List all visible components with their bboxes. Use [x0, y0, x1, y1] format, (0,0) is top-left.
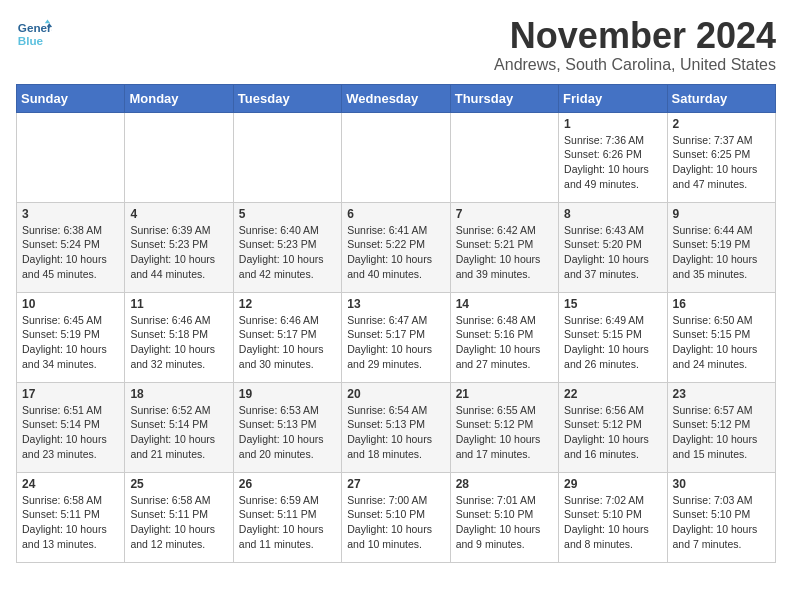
- calendar-cell: 5Sunrise: 6:40 AM Sunset: 5:23 PM Daylig…: [233, 202, 341, 292]
- day-info: Sunrise: 6:39 AM Sunset: 5:23 PM Dayligh…: [130, 223, 227, 282]
- day-number: 19: [239, 387, 336, 401]
- calendar-cell: [125, 112, 233, 202]
- day-info: Sunrise: 6:59 AM Sunset: 5:11 PM Dayligh…: [239, 493, 336, 552]
- day-number: 28: [456, 477, 553, 491]
- day-info: Sunrise: 6:47 AM Sunset: 5:17 PM Dayligh…: [347, 313, 444, 372]
- day-info: Sunrise: 6:49 AM Sunset: 5:15 PM Dayligh…: [564, 313, 661, 372]
- day-info: Sunrise: 6:45 AM Sunset: 5:19 PM Dayligh…: [22, 313, 119, 372]
- day-info: Sunrise: 6:51 AM Sunset: 5:14 PM Dayligh…: [22, 403, 119, 462]
- calendar-cell: 30Sunrise: 7:03 AM Sunset: 5:10 PM Dayli…: [667, 472, 775, 562]
- day-info: Sunrise: 6:46 AM Sunset: 5:17 PM Dayligh…: [239, 313, 336, 372]
- calendar-cell: 12Sunrise: 6:46 AM Sunset: 5:17 PM Dayli…: [233, 292, 341, 382]
- day-number: 6: [347, 207, 444, 221]
- location-subtitle: Andrews, South Carolina, United States: [494, 56, 776, 74]
- calendar-cell: 29Sunrise: 7:02 AM Sunset: 5:10 PM Dayli…: [559, 472, 667, 562]
- day-number: 23: [673, 387, 770, 401]
- day-number: 21: [456, 387, 553, 401]
- day-number: 4: [130, 207, 227, 221]
- day-info: Sunrise: 6:53 AM Sunset: 5:13 PM Dayligh…: [239, 403, 336, 462]
- day-number: 7: [456, 207, 553, 221]
- day-info: Sunrise: 6:44 AM Sunset: 5:19 PM Dayligh…: [673, 223, 770, 282]
- day-number: 17: [22, 387, 119, 401]
- week-row-1: 1Sunrise: 7:36 AM Sunset: 6:26 PM Daylig…: [17, 112, 776, 202]
- day-number: 2: [673, 117, 770, 131]
- calendar-cell: 23Sunrise: 6:57 AM Sunset: 5:12 PM Dayli…: [667, 382, 775, 472]
- day-info: Sunrise: 6:56 AM Sunset: 5:12 PM Dayligh…: [564, 403, 661, 462]
- day-number: 26: [239, 477, 336, 491]
- day-number: 30: [673, 477, 770, 491]
- day-number: 14: [456, 297, 553, 311]
- calendar-cell: [342, 112, 450, 202]
- calendar-table: SundayMondayTuesdayWednesdayThursdayFrid…: [16, 84, 776, 563]
- calendar-cell: 21Sunrise: 6:55 AM Sunset: 5:12 PM Dayli…: [450, 382, 558, 472]
- day-number: 22: [564, 387, 661, 401]
- calendar-cell: 6Sunrise: 6:41 AM Sunset: 5:22 PM Daylig…: [342, 202, 450, 292]
- month-title: November 2024: [494, 16, 776, 56]
- calendar-cell: 2Sunrise: 7:37 AM Sunset: 6:25 PM Daylig…: [667, 112, 775, 202]
- calendar-cell: 11Sunrise: 6:46 AM Sunset: 5:18 PM Dayli…: [125, 292, 233, 382]
- calendar-cell: 16Sunrise: 6:50 AM Sunset: 5:15 PM Dayli…: [667, 292, 775, 382]
- day-info: Sunrise: 7:01 AM Sunset: 5:10 PM Dayligh…: [456, 493, 553, 552]
- day-number: 18: [130, 387, 227, 401]
- calendar-cell: 19Sunrise: 6:53 AM Sunset: 5:13 PM Dayli…: [233, 382, 341, 472]
- day-number: 24: [22, 477, 119, 491]
- weekday-header-tuesday: Tuesday: [233, 84, 341, 112]
- svg-text:Blue: Blue: [18, 34, 44, 47]
- day-info: Sunrise: 6:57 AM Sunset: 5:12 PM Dayligh…: [673, 403, 770, 462]
- calendar-cell: 7Sunrise: 6:42 AM Sunset: 5:21 PM Daylig…: [450, 202, 558, 292]
- day-info: Sunrise: 6:41 AM Sunset: 5:22 PM Dayligh…: [347, 223, 444, 282]
- weekday-header-saturday: Saturday: [667, 84, 775, 112]
- day-info: Sunrise: 6:46 AM Sunset: 5:18 PM Dayligh…: [130, 313, 227, 372]
- day-info: Sunrise: 6:42 AM Sunset: 5:21 PM Dayligh…: [456, 223, 553, 282]
- day-info: Sunrise: 6:38 AM Sunset: 5:24 PM Dayligh…: [22, 223, 119, 282]
- calendar-cell: 25Sunrise: 6:58 AM Sunset: 5:11 PM Dayli…: [125, 472, 233, 562]
- calendar-cell: 1Sunrise: 7:36 AM Sunset: 6:26 PM Daylig…: [559, 112, 667, 202]
- weekday-header-monday: Monday: [125, 84, 233, 112]
- day-info: Sunrise: 7:00 AM Sunset: 5:10 PM Dayligh…: [347, 493, 444, 552]
- calendar-cell: 8Sunrise: 6:43 AM Sunset: 5:20 PM Daylig…: [559, 202, 667, 292]
- calendar-cell: 13Sunrise: 6:47 AM Sunset: 5:17 PM Dayli…: [342, 292, 450, 382]
- logo-icon: General Blue: [16, 16, 52, 52]
- calendar-cell: 3Sunrise: 6:38 AM Sunset: 5:24 PM Daylig…: [17, 202, 125, 292]
- day-number: 11: [130, 297, 227, 311]
- day-number: 10: [22, 297, 119, 311]
- calendar-cell: [450, 112, 558, 202]
- calendar-cell: 26Sunrise: 6:59 AM Sunset: 5:11 PM Dayli…: [233, 472, 341, 562]
- calendar-cell: 4Sunrise: 6:39 AM Sunset: 5:23 PM Daylig…: [125, 202, 233, 292]
- calendar-cell: [17, 112, 125, 202]
- title-block: November 2024 Andrews, South Carolina, U…: [494, 16, 776, 74]
- day-number: 12: [239, 297, 336, 311]
- day-number: 1: [564, 117, 661, 131]
- day-number: 8: [564, 207, 661, 221]
- calendar-cell: 24Sunrise: 6:58 AM Sunset: 5:11 PM Dayli…: [17, 472, 125, 562]
- day-number: 16: [673, 297, 770, 311]
- day-info: Sunrise: 6:58 AM Sunset: 5:11 PM Dayligh…: [22, 493, 119, 552]
- calendar-cell: 17Sunrise: 6:51 AM Sunset: 5:14 PM Dayli…: [17, 382, 125, 472]
- calendar-cell: 28Sunrise: 7:01 AM Sunset: 5:10 PM Dayli…: [450, 472, 558, 562]
- day-info: Sunrise: 6:50 AM Sunset: 5:15 PM Dayligh…: [673, 313, 770, 372]
- day-number: 15: [564, 297, 661, 311]
- calendar-cell: 22Sunrise: 6:56 AM Sunset: 5:12 PM Dayli…: [559, 382, 667, 472]
- week-row-2: 3Sunrise: 6:38 AM Sunset: 5:24 PM Daylig…: [17, 202, 776, 292]
- calendar-cell: 18Sunrise: 6:52 AM Sunset: 5:14 PM Dayli…: [125, 382, 233, 472]
- calendar-cell: 27Sunrise: 7:00 AM Sunset: 5:10 PM Dayli…: [342, 472, 450, 562]
- day-info: Sunrise: 6:54 AM Sunset: 5:13 PM Dayligh…: [347, 403, 444, 462]
- day-info: Sunrise: 6:40 AM Sunset: 5:23 PM Dayligh…: [239, 223, 336, 282]
- weekday-header-wednesday: Wednesday: [342, 84, 450, 112]
- day-info: Sunrise: 6:48 AM Sunset: 5:16 PM Dayligh…: [456, 313, 553, 372]
- day-info: Sunrise: 7:03 AM Sunset: 5:10 PM Dayligh…: [673, 493, 770, 552]
- day-info: Sunrise: 6:58 AM Sunset: 5:11 PM Dayligh…: [130, 493, 227, 552]
- day-number: 9: [673, 207, 770, 221]
- calendar-cell: 15Sunrise: 6:49 AM Sunset: 5:15 PM Dayli…: [559, 292, 667, 382]
- calendar-cell: 9Sunrise: 6:44 AM Sunset: 5:19 PM Daylig…: [667, 202, 775, 292]
- calendar-cell: 14Sunrise: 6:48 AM Sunset: 5:16 PM Dayli…: [450, 292, 558, 382]
- day-info: Sunrise: 6:55 AM Sunset: 5:12 PM Dayligh…: [456, 403, 553, 462]
- day-number: 3: [22, 207, 119, 221]
- day-info: Sunrise: 6:43 AM Sunset: 5:20 PM Dayligh…: [564, 223, 661, 282]
- day-number: 27: [347, 477, 444, 491]
- calendar-cell: 20Sunrise: 6:54 AM Sunset: 5:13 PM Dayli…: [342, 382, 450, 472]
- weekday-header-friday: Friday: [559, 84, 667, 112]
- day-info: Sunrise: 7:36 AM Sunset: 6:26 PM Dayligh…: [564, 133, 661, 192]
- calendar-cell: 10Sunrise: 6:45 AM Sunset: 5:19 PM Dayli…: [17, 292, 125, 382]
- day-number: 5: [239, 207, 336, 221]
